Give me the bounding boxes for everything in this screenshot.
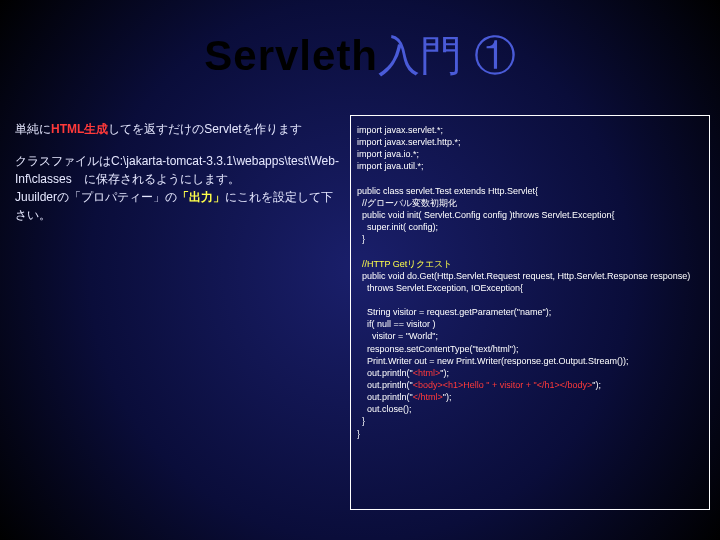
code-l1: import javax.servlet.*; [357,125,443,135]
code-l10: } [357,234,365,244]
code-l9: super.init( config); [357,222,438,232]
p1-text-a: 単純に [15,122,51,136]
code-l24: out.close(); [357,404,412,414]
code-l21c: "); [440,368,449,378]
code-l3: import java.io.*; [357,149,419,159]
code-l8: public void init( Servlet.Config config … [357,210,615,220]
paragraph-1: 単純にHTML生成してを返すだけのServletを作ります [15,120,340,138]
code-l26: } [357,429,360,439]
code-l21a: out.println(" [357,368,413,378]
slide-title: Servleth入門 ① [0,28,720,84]
left-text-block: 単純にHTML生成してを返すだけのServletを作ります クラスファイルはC:… [15,120,340,238]
code-l21b: <html> [413,368,441,378]
code-l13: public void do.Get(Http.Servlet.Request … [357,271,690,281]
code-l23c: "); [443,392,452,402]
code-l2: import javax.servlet.http.*; [357,137,461,147]
p1-highlight: HTML生成 [51,122,108,136]
p1-text-b: してを返すだけのServletを作ります [108,122,301,136]
code-l4: import java.util.*; [357,161,424,171]
p2-text-a: クラスファイルはC:\jakarta-tomcat-3.3.1\webapps\… [15,154,339,186]
code-l22c: "); [592,380,601,390]
code-l17: if( null == visitor ) [357,319,436,329]
title-part2: 入門 ① [378,32,516,79]
code-l23a: out.println(" [357,392,413,402]
code-l6: public class servlet.Test extends Http.S… [357,186,538,196]
code-l22b: <body><h1>Hello " + visitor + "</h1></bo… [413,380,593,390]
code-l18: visitor = "World"; [357,331,438,341]
p2-highlight: 「出力」 [177,190,225,204]
code-l19: response.setContentType("text/html"); [357,344,518,354]
code-l7: //グローバル変数初期化 [357,198,457,208]
code-l25: } [357,416,365,426]
code-l20: Print.Writer out = new Print.Writer(resp… [357,356,629,366]
code-l23b: </html> [413,392,443,402]
code-l16: String visitor = request.getParameter("n… [357,307,551,317]
title-part1: Servleth [204,32,378,79]
code-l22a: out.println(" [357,380,413,390]
p2-text-b: Juuilderの「プロパティー」の [15,190,177,204]
code-box: import javax.servlet.*; import javax.ser… [350,115,710,510]
code-l14: throws Servlet.Exception, IOException{ [357,283,523,293]
code-l12: //HTTP Getリクエスト [357,259,452,269]
paragraph-2: クラスファイルはC:\jakarta-tomcat-3.3.1\webapps\… [15,152,340,224]
